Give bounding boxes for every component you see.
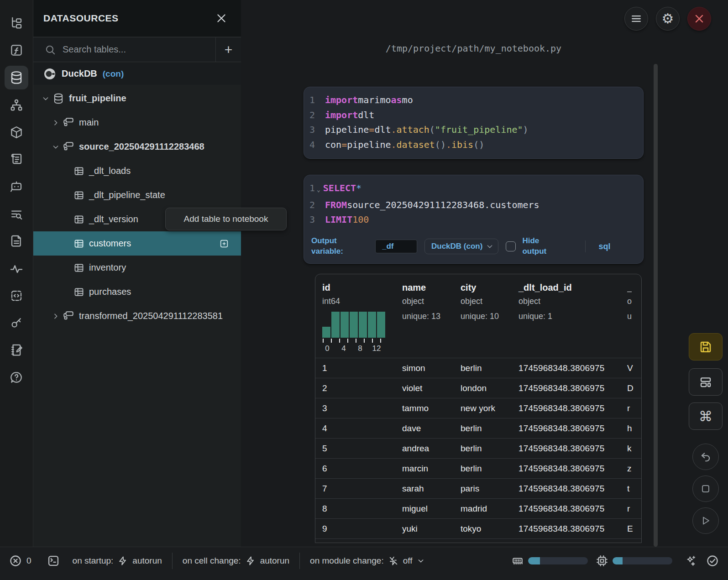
tree-item-transformed_202504291112283581[interactable]: transformed_202504291112283581 (33, 304, 241, 328)
on-cell-change-toggle[interactable]: on cell change: autorun (183, 556, 289, 566)
hide-output-checkbox[interactable] (506, 241, 516, 251)
code-line[interactable]: 1import marimo as mo (304, 93, 643, 108)
python-cell[interactable]: 1import marimo as mo2import dlt3pipeline… (304, 87, 644, 159)
connection-status-button[interactable] (706, 554, 719, 567)
tree-item-_dlt_pipeline_state[interactable]: _dlt_pipeline_state (33, 183, 241, 207)
engine-dropdown[interactable]: DuckDB (con) (424, 239, 498, 254)
notebook-scrollbar[interactable] (654, 64, 658, 547)
save-button[interactable] (689, 333, 723, 361)
chatbot-icon[interactable] (5, 174, 28, 198)
chevron-right-icon (51, 313, 61, 320)
on-startup-value: autorun (132, 556, 162, 566)
tree-item-main[interactable]: main (33, 110, 241, 135)
stop-icon (700, 483, 711, 494)
code-line[interactable]: 3LIMIT 100 (304, 212, 643, 227)
column-header-id[interactable]: id int64 04812 (322, 282, 402, 353)
table-row: 6marcinberlin1745968348.3806975z (315, 458, 641, 478)
code-line[interactable]: 3pipeline = dlt.attach("fruit_pipeline") (304, 122, 643, 137)
on-module-change-toggle[interactable]: on module change: off (310, 556, 424, 566)
run-button[interactable] (692, 507, 719, 534)
table-row-partial (315, 538, 641, 543)
logs-search-icon[interactable] (5, 203, 28, 226)
line-number: 1 (304, 93, 325, 108)
on-module-change-value: off (403, 556, 413, 566)
packages-icon[interactable] (5, 120, 28, 144)
command-palette-button[interactable]: ⌘ (689, 402, 723, 430)
cell-name: andrea (402, 444, 461, 454)
output-variable-input[interactable] (375, 240, 417, 253)
search-input[interactable] (63, 37, 215, 62)
layout-icon (699, 375, 712, 389)
table-icon (72, 190, 89, 201)
terminal-button[interactable] (47, 554, 60, 567)
tree-item-customers[interactable]: customers (33, 231, 241, 256)
tree-item-inventory[interactable]: inventory (33, 256, 241, 280)
cell-id: 8 (322, 504, 402, 514)
line-number: 3 (304, 212, 325, 227)
tree-item-label: source_202504291112283468 (79, 141, 204, 152)
file-tree-icon[interactable] (5, 11, 28, 35)
cell-name: marcin (402, 464, 461, 474)
cell-id: 9 (322, 524, 402, 534)
datasources-icon[interactable] (5, 66, 28, 89)
settings-button[interactable]: ⚙ (656, 7, 680, 31)
secrets-key-icon[interactable] (5, 311, 28, 334)
tree-item-_dlt_loads[interactable]: _dlt_loads (33, 159, 241, 183)
cell-next: r (627, 403, 641, 413)
layout-button[interactable] (689, 368, 723, 396)
column-header-city[interactable]: city object unique: 10 (461, 282, 519, 353)
lightning-icon (118, 556, 128, 566)
cpu-icon (596, 555, 608, 567)
autorun-off-icon (388, 556, 398, 566)
code-line[interactable]: 2FROM source_202504291112283468.customer… (304, 198, 643, 213)
cell-name: violet (402, 383, 461, 393)
add-table-button[interactable] (219, 239, 229, 249)
tracing-icon[interactable] (5, 257, 28, 281)
undo-button[interactable] (692, 444, 719, 470)
notebook-edit-icon[interactable] (5, 338, 28, 362)
tree-item-purchases[interactable]: purchases (33, 280, 241, 304)
menu-button[interactable] (624, 7, 648, 31)
notebook-path[interactable]: /tmp/project/path/my_notebook.py (304, 43, 644, 54)
on-startup-toggle[interactable]: on startup: autorun (73, 556, 162, 566)
sql-cell[interactable]: 1⌄SELECT *2FROM source_20250429111228346… (304, 175, 644, 264)
tree-item-label: _dlt_loads (89, 166, 131, 176)
tree-item-source_202504291112283468[interactable]: source_202504291112283468 (33, 135, 241, 159)
cell-city: new york (461, 403, 519, 413)
datasource-tree: fruit_pipelinemainsource_202504291112283… (33, 86, 241, 328)
cell-city: tokyo (461, 524, 519, 534)
lightning-icon (246, 556, 256, 566)
cell-load-id: 1745968348.3806975 (519, 383, 627, 393)
code-line[interactable]: 4con = pipeline.dataset().ibis() (304, 137, 643, 152)
on-module-change-label: on module change: (310, 556, 384, 566)
tree-item-fruit_pipeline[interactable]: fruit_pipeline (33, 86, 241, 110)
panel-header: DATASOURCES (33, 0, 241, 37)
table-icon (72, 214, 89, 225)
column-header-name[interactable]: name object unique: 13 (402, 282, 461, 353)
stop-button[interactable] (692, 475, 719, 502)
function-icon[interactable] (5, 38, 28, 62)
documentation-icon[interactable] (5, 229, 28, 253)
help-icon[interactable] (5, 366, 28, 389)
snippets-icon[interactable] (5, 284, 28, 308)
activity-bar (0, 0, 33, 547)
cell-id: 7 (322, 484, 402, 494)
engine-row[interactable]: DuckDB (con) (33, 63, 241, 85)
dependency-graph-icon[interactable] (5, 93, 28, 117)
cell-city: berlin (461, 363, 519, 373)
cell-id: 6 (322, 464, 402, 474)
code-line[interactable]: 1⌄SELECT * (304, 181, 643, 198)
error-count-button[interactable]: 0 (9, 554, 31, 567)
cell-name: dave (402, 423, 461, 434)
code-line[interactable]: 2import dlt (304, 108, 643, 123)
add-datasource-button[interactable]: + (216, 37, 241, 62)
ai-assist-button[interactable] (685, 555, 697, 567)
cell-id: 2 (322, 383, 402, 393)
scratchpad-icon[interactable] (5, 147, 28, 171)
column-header-dlt-load-id[interactable]: _dlt_load_id object unique: 1 (519, 282, 627, 353)
close-app-button[interactable] (687, 7, 711, 31)
cell-id: 4 (322, 423, 402, 434)
panel-close-icon[interactable] (215, 12, 227, 24)
fold-chevron-icon[interactable]: ⌄ (317, 183, 320, 198)
cell-load-id: 1745968348.3806975 (519, 484, 627, 494)
